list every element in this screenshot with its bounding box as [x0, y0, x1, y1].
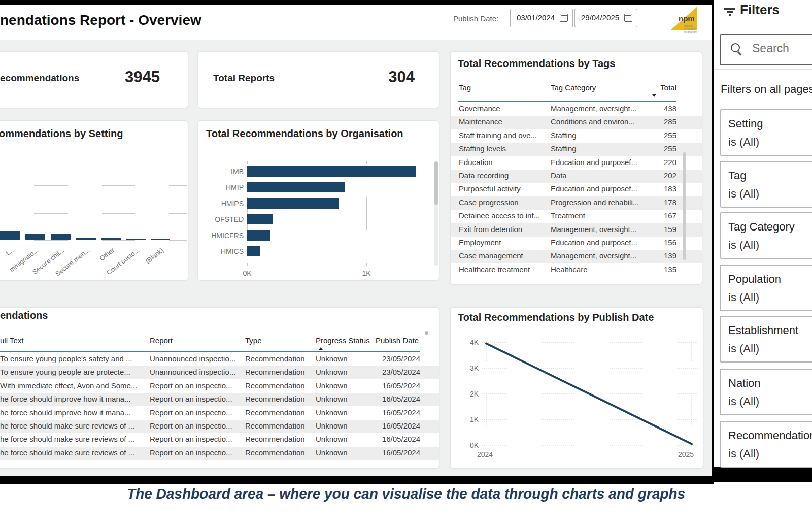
- setting-bar[interactable]: [126, 239, 146, 240]
- filter-value-label: is (All): [728, 395, 759, 408]
- tags-table-row[interactable]: Exit from detentionManagement, oversight…: [451, 223, 702, 237]
- publish-date-from-value: 03/01/2024: [517, 13, 555, 22]
- recommendation-row[interactable]: he force should make sure reviews of ...…: [0, 447, 439, 460]
- publish-date-from-input[interactable]: 03/01/2024: [510, 9, 573, 27]
- setting-bar[interactable]: [0, 231, 20, 240]
- tag-category-cell: Management, oversight...: [551, 225, 650, 234]
- report-cell: Unannounced inspectio...: [150, 368, 242, 376]
- setting-bar[interactable]: [25, 234, 45, 240]
- kpi-recommendations-value: 3945: [125, 68, 160, 86]
- recommendation-row[interactable]: With immediate effect, Avon and Some...R…: [0, 380, 439, 393]
- recs-col-date[interactable]: Publish Date: [376, 336, 419, 345]
- report-cell: Report on an inspectio...: [150, 394, 242, 403]
- tags-table-row[interactable]: EducationEducation and purposef...220: [451, 156, 702, 170]
- filter-card-tag[interactable]: Tagis (All): [720, 161, 812, 208]
- kpi-recommendations-label: ecommendations: [0, 73, 79, 84]
- tags-table-row[interactable]: Case progressionProgression and rehabili…: [451, 196, 702, 210]
- tag-category-cell: Treatment: [551, 211, 650, 220]
- report-cell: Report on an inspectio...: [150, 421, 242, 430]
- publish-date-x-tick: 2025: [678, 450, 694, 458]
- tag-category-cell: Education and purposef...: [551, 184, 650, 193]
- recs-col-type[interactable]: Type: [245, 336, 262, 345]
- recommendation-row[interactable]: he force should improve how it mana...Re…: [0, 393, 439, 406]
- recommendation-row[interactable]: he force should make sure reviews of ...…: [0, 420, 439, 433]
- setting-chart-card: ommendations by Setting t...mmigratio...…: [0, 121, 188, 280]
- publish-date-to-input[interactable]: 29/04/2025: [574, 9, 637, 27]
- publish-date-cell: 16/05/2024: [382, 448, 420, 457]
- organisation-category-label: HMIPS: [198, 200, 244, 208]
- recs-col-status[interactable]: Progress Status: [316, 336, 370, 345]
- publish-date-cell: 23/05/2024: [382, 368, 420, 376]
- setting-bar[interactable]: [101, 238, 121, 240]
- report-header: nendations Report - Overview Publish Dat…: [0, 5, 712, 40]
- filter-card-setting[interactable]: Settingis (All): [720, 109, 812, 156]
- setting-bar[interactable]: [76, 238, 96, 240]
- tag-category-cell: Staffing: [551, 131, 650, 140]
- recs-col-report[interactable]: Report: [150, 336, 173, 345]
- tags-col-tag[interactable]: Tag: [459, 83, 471, 92]
- tags-col-total[interactable]: Total: [660, 83, 676, 92]
- kpi-reports-label: Total Reports: [213, 73, 275, 84]
- status-cell: Unknown: [316, 421, 370, 430]
- publish-date-cell: 16/05/2024: [382, 421, 420, 430]
- publish-date-label: Publish Date:: [453, 14, 498, 23]
- tag-cell: Data recording: [459, 171, 549, 180]
- tags-col-category[interactable]: Tag Category: [551, 83, 596, 92]
- organisation-chart-card: Total Recommendations by Organisation IM…: [198, 121, 439, 280]
- tags-table-row[interactable]: Case managementManagement, oversight...1…: [451, 250, 702, 263]
- tags-table-row[interactable]: Staffing levelsStaffing255: [451, 143, 702, 156]
- image-caption: The Dashboard area – where you can visua…: [0, 486, 812, 502]
- recommendation-row[interactable]: To ensure young people's safety and ...U…: [0, 353, 439, 366]
- calendar-icon[interactable]: [624, 14, 632, 22]
- organisation-bar[interactable]: [247, 182, 345, 192]
- organisation-category-label: HMICS: [198, 247, 244, 255]
- setting-bar[interactable]: [151, 239, 170, 240]
- tag-total-cell: 139: [664, 251, 676, 260]
- filter-card-nation[interactable]: Nationis (All): [720, 369, 812, 415]
- calendar-icon[interactable]: [560, 14, 568, 22]
- recs-col-full-text[interactable]: ull Text: [0, 336, 23, 345]
- organisation-bar[interactable]: [247, 230, 270, 241]
- filter-card-establishment[interactable]: Establishmentis (All): [720, 316, 812, 363]
- bottom-border-bar: [0, 476, 714, 484]
- tags-table-title: Total Recommendations by Tags: [458, 58, 615, 70]
- status-cell: Unknown: [316, 368, 370, 376]
- tags-table-row[interactable]: GovernanceManagement, oversight...438: [451, 103, 702, 116]
- tags-table-scrollbar[interactable]: [683, 152, 686, 260]
- filter-card-recommendation-t[interactable]: Recommendation Tis (All): [720, 421, 812, 468]
- kpi-card-total-recommendations[interactable]: ecommendations 3945: [0, 52, 188, 108]
- tag-total-cell: 183: [664, 184, 676, 193]
- sort-asc-icon[interactable]: [319, 347, 323, 350]
- setting-bar[interactable]: [51, 234, 71, 240]
- organisation-chart-scroll-thumb[interactable]: [434, 161, 438, 205]
- organisation-bar[interactable]: [247, 246, 260, 256]
- tags-table-row[interactable]: Data recordingData202: [451, 170, 702, 183]
- kpi-card-total-reports[interactable]: Total Reports 304: [198, 52, 439, 108]
- tags-table-row[interactable]: MaintenanceConditions and environ...285: [451, 116, 702, 129]
- tags-table-row[interactable]: Healthcare treatmentHealthcare135: [451, 264, 702, 277]
- recommendation-row[interactable]: To ensure young people are protecte...Un…: [0, 366, 439, 379]
- tag-category-cell: Staffing: [551, 144, 650, 153]
- tag-category-cell: Education and purposef...: [551, 158, 650, 167]
- report-title: nendations Report - Overview: [0, 12, 201, 28]
- recommendation-row[interactable]: he force should make sure reviews of ...…: [0, 433, 439, 446]
- screenshot-root: nendations Report - Overview Publish Dat…: [0, 0, 812, 526]
- organisation-bar[interactable]: [247, 214, 273, 224]
- tags-table-row[interactable]: Detainee access to inf...Treatment167: [451, 210, 702, 223]
- organisation-bar[interactable]: [247, 198, 339, 209]
- filter-card-population[interactable]: Populationis (All): [720, 265, 812, 311]
- tag-total-cell: 178: [664, 198, 676, 207]
- tags-table-row[interactable]: EmploymentEducation and purposef...156: [451, 237, 702, 250]
- status-cell: Unknown: [316, 408, 370, 417]
- sort-desc-icon[interactable]: [652, 94, 656, 97]
- recommendation-row[interactable]: he force should improve how it mana...Re…: [0, 407, 439, 420]
- organisation-chart-scroll-track[interactable]: [434, 161, 438, 266]
- filter-card-tag-category[interactable]: Tag Categoryis (All): [720, 212, 812, 259]
- tags-table-row[interactable]: Staff training and ove...Staffing255: [451, 129, 702, 143]
- tags-table-body: GovernanceManagement, oversight...438Mai…: [451, 103, 702, 278]
- filter-field-label: Setting: [728, 117, 763, 130]
- table-scroll-dot[interactable]: [425, 331, 428, 335]
- tags-table-row[interactable]: Purposeful activityEducation and purpose…: [451, 183, 702, 196]
- organisation-x-tick: 1K: [359, 269, 374, 277]
- organisation-bar[interactable]: [247, 166, 416, 177]
